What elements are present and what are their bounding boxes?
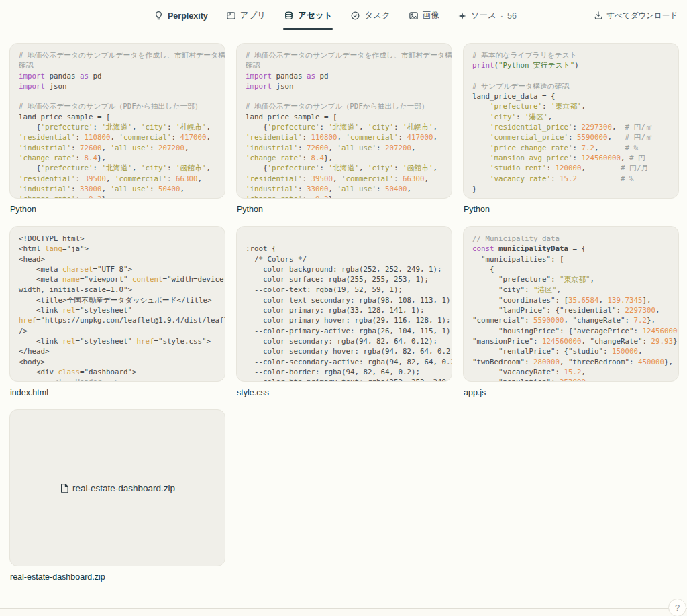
asset-card-preview: # 基本的なライブラリをテストprint("Python 実行テスト")# サン… bbox=[463, 43, 679, 199]
check-circle-icon bbox=[350, 11, 360, 21]
tab-label: アプリ bbox=[240, 10, 266, 21]
asset-card[interactable]: :root { /* Colors */ --color-background:… bbox=[236, 226, 452, 397]
lightbulb-icon bbox=[154, 11, 164, 21]
file-icon bbox=[60, 483, 70, 493]
tab-label: ソース bbox=[471, 10, 496, 21]
tab-count-separator: · bbox=[500, 11, 503, 21]
tab-assets[interactable]: アセット bbox=[284, 0, 332, 32]
asset-card-preview: real-estate-dashboard.zip bbox=[9, 409, 225, 566]
asset-card-preview: <!DOCTYPE html><html lang="ja"><head> <m… bbox=[9, 226, 225, 382]
code-snippet: # 地価公示データのサンプルデータを作成し、市町村データ構造を確認import … bbox=[246, 50, 443, 199]
asset-card[interactable]: // Municipality dataconst municipalityDa… bbox=[463, 226, 679, 397]
asset-card-preview: :root { /* Colors */ --color-background:… bbox=[236, 226, 452, 382]
code-snippet: // Municipality dataconst municipalityDa… bbox=[472, 234, 670, 382]
asset-card-label: Python bbox=[9, 205, 225, 214]
asset-card-label: app.js bbox=[463, 388, 679, 397]
asset-card-label: style.css bbox=[236, 388, 452, 397]
code-snippet: # 地価公示データのサンプルデータを作成し、市町村データ構造を確認import … bbox=[19, 50, 216, 199]
tab-sources[interactable]: ソース · 56 bbox=[458, 0, 517, 32]
download-icon bbox=[594, 11, 603, 21]
tab-tasks[interactable]: タスク bbox=[350, 0, 390, 32]
asset-card[interactable]: real-estate-dashboard.zip real-estate-da… bbox=[9, 409, 225, 582]
sparkle-icon bbox=[458, 11, 467, 21]
top-nav: Perplexity アプリ アセット タスク 画像 bbox=[0, 0, 687, 32]
download-all-button[interactable]: すべてダウンロード bbox=[594, 11, 678, 21]
tab-label: タスク bbox=[364, 10, 390, 21]
asset-card-label: real-estate-dashboard.zip bbox=[9, 572, 225, 582]
nav-brand-label: Perplexity bbox=[168, 11, 208, 21]
code-snippet: # 基本的なライブラリをテストprint("Python 実行テスト")# サン… bbox=[472, 50, 670, 194]
asset-card-label: index.html bbox=[9, 388, 225, 397]
coin-stack-icon bbox=[284, 11, 294, 21]
asset-card-label: Python bbox=[463, 205, 679, 214]
asset-card-preview: # 地価公示データのサンプルデータを作成し、市町村データ構造を確認import … bbox=[9, 43, 225, 199]
tab-images[interactable]: 画像 bbox=[409, 0, 439, 32]
code-snippet: <!DOCTYPE html><html lang="ja"><head> <m… bbox=[19, 234, 216, 382]
asset-card-label: Python bbox=[236, 205, 452, 214]
asset-card[interactable]: # 基本的なライブラリをテストprint("Python 実行テスト")# サン… bbox=[463, 43, 679, 214]
help-button[interactable]: ? bbox=[668, 599, 686, 616]
download-all-label: すべてダウンロード bbox=[606, 11, 678, 21]
image-icon bbox=[409, 11, 419, 21]
zip-file-name: real-estate-dashboard.zip bbox=[72, 483, 175, 493]
tab-label: 画像 bbox=[423, 10, 439, 21]
app-window-icon bbox=[226, 11, 236, 21]
asset-card-preview: // Municipality dataconst municipalityDa… bbox=[463, 226, 679, 382]
nav-brand-perplexity[interactable]: Perplexity bbox=[154, 0, 208, 32]
asset-card-preview: # 地価公示データのサンプルデータを作成し、市町村データ構造を確認import … bbox=[236, 43, 452, 199]
asset-card[interactable]: <!DOCTYPE html><html lang="ja"><head> <m… bbox=[9, 226, 225, 397]
code-snippet: :root { /* Colors */ --color-background:… bbox=[246, 234, 443, 382]
asset-card[interactable]: # 地価公示データのサンプルデータを作成し、市町村データ構造を確認import … bbox=[236, 43, 452, 214]
tab-label: アセット bbox=[298, 10, 332, 21]
tab-apps[interactable]: アプリ bbox=[226, 0, 266, 32]
asset-card[interactable]: # 地価公示データのサンプルデータを作成し、市町村データ構造を確認import … bbox=[9, 43, 225, 214]
footer-divider bbox=[0, 608, 687, 616]
zip-file-chip: real-estate-dashboard.zip bbox=[60, 483, 175, 493]
nav-tabs: Perplexity アプリ アセット タスク 画像 bbox=[154, 0, 517, 32]
assets-grid: # 地価公示データのサンプルデータを作成し、市町村データ構造を確認import … bbox=[0, 32, 687, 582]
tab-sources-count: 56 bbox=[507, 11, 517, 21]
